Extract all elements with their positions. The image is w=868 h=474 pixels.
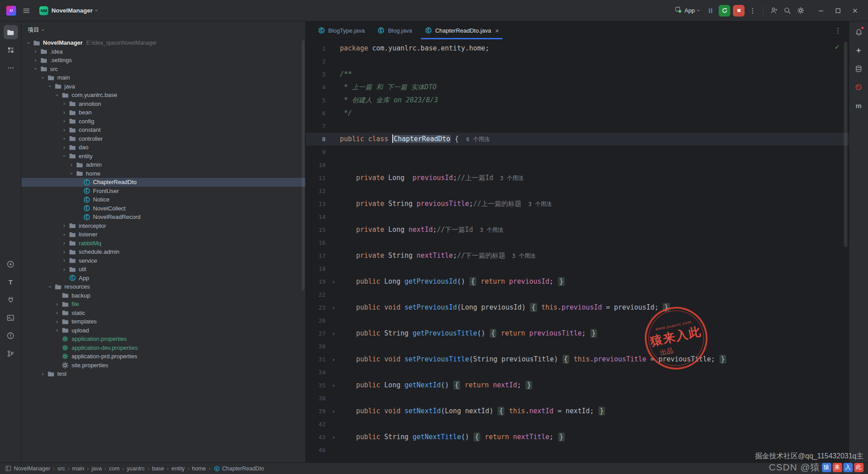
tree-chevron-icon[interactable]: › xyxy=(62,153,67,159)
tree-chevron-icon[interactable]: › xyxy=(61,258,68,263)
line-number[interactable]: 6 xyxy=(306,107,327,120)
tree-chevron-icon[interactable]: › xyxy=(61,101,68,106)
tree-item-src[interactable]: ›src xyxy=(21,65,305,74)
tree-item-util[interactable]: ›util xyxy=(21,265,305,274)
editor-scrollbar[interactable] xyxy=(844,42,847,247)
tree-item-application-prd-properties[interactable]: application-prd.properties xyxy=(21,352,305,361)
structure-tool-icon[interactable] xyxy=(4,43,18,57)
tree-item-frontuser[interactable]: CFrontUser xyxy=(21,187,305,196)
inspection-ok-icon[interactable]: ✓ xyxy=(834,43,840,50)
tab-blogtype-java[interactable]: CBlogType.java xyxy=(311,21,371,39)
pause-button[interactable] xyxy=(704,4,717,17)
fold-chevron-icon[interactable]: › xyxy=(327,431,340,444)
project-panel-header[interactable]: 项目 › xyxy=(21,21,305,38)
tab-close-icon[interactable]: × xyxy=(495,27,499,34)
tree-item-test[interactable]: ›test xyxy=(21,369,305,378)
project-tool-icon[interactable] xyxy=(4,25,18,39)
terminal-tool-icon[interactable] xyxy=(4,310,18,325)
toolwindow-layout-icon[interactable] xyxy=(5,466,11,471)
breadcrumb-item[interactable]: com xyxy=(109,466,120,472)
line-number[interactable]: 18 xyxy=(306,262,327,275)
tree-chevron-icon[interactable]: › xyxy=(32,49,39,54)
maximize-button[interactable] xyxy=(830,2,847,19)
tree-item-entity[interactable]: ›entity xyxy=(21,152,305,161)
tree-item-config[interactable]: ›config xyxy=(21,117,305,126)
tree-chevron-icon[interactable]: › xyxy=(61,118,68,124)
tree-chevron-icon[interactable]: › xyxy=(54,302,60,307)
line-number[interactable]: 31 xyxy=(306,353,327,366)
tree-item-interceptor[interactable]: ›interceptor xyxy=(21,222,305,231)
tree-item-application-properties[interactable]: application.properties xyxy=(21,335,305,344)
line-number[interactable]: 43 xyxy=(306,431,327,444)
line-number[interactable]: 3 xyxy=(306,68,327,81)
code-editor[interactable]: ✓ 1package com.yuanlrc.base.entity.home;… xyxy=(306,40,849,462)
tree-item-static[interactable]: ›static xyxy=(21,309,305,318)
search-everywhere-icon[interactable] xyxy=(780,4,794,17)
problems-tool-icon[interactable] xyxy=(4,328,18,343)
tree-chevron-icon[interactable]: › xyxy=(61,267,68,272)
breadcrumb-item[interactable]: home xyxy=(192,466,206,472)
stop-button[interactable] xyxy=(733,5,745,17)
breadcrumb-item[interactable]: yuanlrc xyxy=(127,466,144,472)
breadcrumb-item[interactable]: entity xyxy=(171,466,185,472)
run-config-selector[interactable]: App › xyxy=(672,4,702,17)
line-number[interactable]: 19 xyxy=(306,275,327,288)
version-control-tool-icon[interactable] xyxy=(4,346,18,361)
tree-item-site-properties[interactable]: site.properties xyxy=(21,361,305,370)
tree-item-controller[interactable]: ›controller xyxy=(21,134,305,143)
profiler-tool-icon[interactable] xyxy=(851,80,866,94)
tree-chevron-icon[interactable]: › xyxy=(61,223,68,228)
tree-chevron-icon[interactable]: › xyxy=(61,232,68,237)
tab-chapterreaddto-java[interactable]: CChapterReadDto.java× xyxy=(418,21,505,39)
translation-tool-icon[interactable]: T xyxy=(4,275,18,289)
tree-chevron-icon[interactable]: › xyxy=(61,110,68,115)
tree-chevron-icon[interactable]: › xyxy=(33,66,38,72)
tree-chevron-icon[interactable]: › xyxy=(32,58,39,63)
tree-item-templates[interactable]: ›templates xyxy=(21,317,305,326)
tree-chevron-icon[interactable]: › xyxy=(61,127,68,133)
line-number[interactable]: 7 xyxy=(306,120,327,133)
tree-chevron-icon[interactable]: › xyxy=(39,371,46,377)
tree-chevron-icon[interactable]: › xyxy=(61,249,68,255)
line-number[interactable]: 14 xyxy=(306,210,327,223)
tree-item-main[interactable]: ›main xyxy=(21,73,305,82)
tree-item-java[interactable]: ›java xyxy=(21,82,305,91)
tree-item-novelmanager[interactable]: ›NovelManagerE:\idea_space\NovelManager xyxy=(21,38,305,47)
line-number[interactable]: 12 xyxy=(306,185,327,197)
fold-chevron-icon[interactable]: › xyxy=(327,301,340,314)
more-actions-icon[interactable] xyxy=(746,4,759,17)
line-number[interactable]: 4 xyxy=(306,81,327,94)
line-number[interactable]: 16 xyxy=(306,236,327,249)
breadcrumb-item[interactable]: NovelManager xyxy=(14,466,50,472)
tree-item-rabbitmq[interactable]: ›rabbitMq xyxy=(21,239,305,248)
line-number[interactable]: 38 xyxy=(306,392,327,405)
line-number[interactable]: 15 xyxy=(306,223,327,236)
tree-chevron-icon[interactable]: › xyxy=(55,92,60,98)
tree-item-com-yuanlrc-base[interactable]: ›com.yuanlrc.base xyxy=(21,91,305,100)
ai-assistant-icon[interactable] xyxy=(851,43,866,58)
line-number[interactable]: 9 xyxy=(306,146,327,159)
tree-item-novelreadrecord[interactable]: CNovelReadRecord xyxy=(21,213,305,222)
fold-chevron-icon[interactable]: › xyxy=(327,275,340,288)
tree-item-home[interactable]: ›home xyxy=(21,169,305,178)
minimize-button[interactable] xyxy=(813,2,830,19)
breadcrumb-item[interactable]: main xyxy=(72,466,84,472)
tree-chevron-icon[interactable]: › xyxy=(61,145,68,150)
line-number[interactable]: 42 xyxy=(306,418,327,431)
tree-item-admin[interactable]: ›admin xyxy=(21,160,305,169)
line-number[interactable]: 17 xyxy=(306,249,327,262)
endpoints-tool-icon[interactable] xyxy=(4,293,18,307)
tab-options-icon[interactable]: ⋮ xyxy=(827,26,849,35)
line-number[interactable]: 11 xyxy=(306,172,327,185)
tree-chevron-icon[interactable]: › xyxy=(54,327,60,333)
tree-item-app[interactable]: CApp xyxy=(21,274,305,283)
fold-chevron-icon[interactable]: › xyxy=(327,405,340,418)
tree-chevron-icon[interactable]: › xyxy=(47,83,53,90)
tree-item-constant[interactable]: ›constant xyxy=(21,126,305,134)
tree-chevron-icon[interactable]: › xyxy=(47,283,53,290)
tree-item-resources[interactable]: ›resources xyxy=(21,282,305,291)
rerun-button[interactable] xyxy=(719,5,730,17)
line-number[interactable]: 23 xyxy=(306,301,327,314)
line-number[interactable]: 34 xyxy=(306,366,327,379)
line-number[interactable]: 2 xyxy=(306,55,327,68)
